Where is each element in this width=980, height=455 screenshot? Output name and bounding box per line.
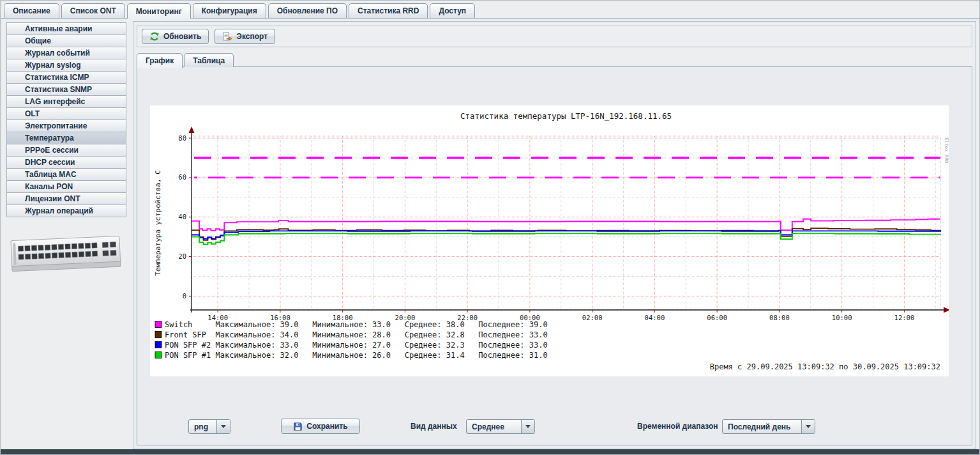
format-select[interactable]: png [188,419,230,434]
export-button[interactable]: Экспорт [215,29,275,44]
sidebar-item-14[interactable]: Лицензии ONT [6,192,126,205]
sidebar-item-1[interactable]: Общие [6,35,126,47]
toolbar: Обновить Экспорт [137,26,972,47]
data-kind-select-arrow-button[interactable] [521,420,534,433]
save-label: Сохранить [306,422,347,431]
data-kind-select-value: Среднее [467,420,521,433]
app-window: ОписаниеСписок ONTМониторингКонфигурация… [0,0,980,455]
top-tab-2[interactable]: Мониторинг [127,3,191,19]
export-icon [222,31,232,42]
save-button[interactable]: Сохранить [281,419,360,434]
format-select-value: png [189,420,216,433]
top-tab-6[interactable]: Доступ [430,3,475,18]
refresh-button[interactable]: Обновить [142,29,209,44]
chevron-down-icon [806,425,811,428]
chevron-down-icon [221,425,226,428]
main-panel: Обновить Экспорт ГрафикТаблица 14: [133,21,976,449]
legend-row-3: PON SFP #1 Максимальное: 32.0 Минимально… [165,351,548,360]
device-image [9,229,123,279]
range-label: Временной диапазон [637,422,718,431]
save-icon [293,422,303,431]
refresh-icon [149,31,160,42]
export-label: Экспорт [236,32,268,41]
range-select-value: Последний день [723,420,801,433]
sidebar-item-7[interactable]: OLT [6,107,126,120]
top-tabbar: ОписаниеСписок ONTМониторингКонфигурация… [1,1,979,19]
x-tick-label: 06:00 [707,314,727,321]
sidebar: Активные аварииОбщиеЖурнал событийЖурнал… [6,22,126,217]
data-kind-label: Вид данных [411,422,457,431]
legend-row-2: PON SFP #2 Максимальное: 33.0 Минимально… [165,341,548,350]
chevron-down-icon [525,425,531,428]
view-tab-1[interactable]: Таблица [184,53,234,67]
y-axis-label: Температура устройства, C [154,170,162,276]
x-tick-label: 10:00 [832,314,852,321]
range-select[interactable]: Последний день [722,419,815,434]
legend-swatch-1 [155,332,162,338]
view-tabbar: ГрафикТаблица [137,53,234,67]
top-tab-5[interactable]: Статистика RRD [349,3,428,18]
x-tick-label: 12:00 [894,314,915,321]
range-select-arrow-button[interactable] [801,420,815,433]
sidebar-item-10[interactable]: PPPoE сессии [6,144,126,157]
sidebar-item-9[interactable]: Температура [6,132,126,144]
chart-watermark: Eltex RRD [944,137,949,164]
sidebar-item-0[interactable]: Активные аварии [6,22,126,35]
x-tick-label: 04:00 [645,314,665,321]
y-tick-label: 40 [178,213,186,220]
temperature-chart: 14:0016:0018:0020:0022:0000:0002:0004:00… [150,105,949,376]
data-kind-select[interactable]: Среднее [466,419,535,434]
bottom-controls: png Сохранить Вид данных [137,417,972,436]
legend-swatch-0 [155,321,162,328]
top-tab-3[interactable]: Конфигурация [193,3,266,18]
refresh-label: Обновить [163,32,201,41]
legend-swatch-3 [155,352,162,359]
sidebar-item-5[interactable]: Статистика SNMP [6,83,126,96]
sidebar-item-2[interactable]: Журнал событий [6,47,126,59]
chart-box: 14:0016:0018:0020:0022:0000:0002:0004:00… [150,105,949,376]
x-tick-label: 02:00 [582,314,603,321]
sidebar-item-3[interactable]: Журнал syslog [6,59,126,72]
chart-title: Статистика температуры LTP-16N_192.168.1… [460,111,672,121]
top-tab-1[interactable]: Список ONT [61,3,125,18]
sidebar-item-15[interactable]: Журнал операций [6,204,126,217]
bottom-strip [1,449,979,454]
content-panel: 14:0016:0018:0020:0022:0000:0002:0004:00… [137,66,972,445]
time-range-caption: Время с 29.09.2025 13:09:32 по 30.09.202… [710,362,940,371]
x-tick-label: 08:00 [769,314,790,321]
legend-swatch-2 [155,342,162,348]
y-tick-label: 20 [178,252,186,260]
legend-row-0: Switch Максимальное: 39.0 Минимальное: 3… [165,320,548,329]
y-tick-label: 60 [178,173,186,181]
view-tab-0[interactable]: График [137,53,183,68]
format-select-arrow-button[interactable] [216,420,230,433]
sidebar-item-6[interactable]: LAG интерфейс [6,95,126,108]
legend-row-1: Front SFP Максимальное: 34.0 Минимальное… [165,330,548,339]
y-tick-label: 0 [183,292,186,300]
sidebar-item-13[interactable]: Каналы PON [6,180,126,193]
top-tab-0[interactable]: Описание [4,3,59,18]
sidebar-item-4[interactable]: Статистика ICMP [6,71,126,84]
top-tab-4[interactable]: Обновление ПО [268,3,347,18]
y-tick-label: 80 [178,134,186,142]
sidebar-item-8[interactable]: Электропитание [6,120,126,132]
sidebar-item-11[interactable]: DHCP сессии [6,156,126,169]
sidebar-item-12[interactable]: Таблица MAC [6,168,126,181]
